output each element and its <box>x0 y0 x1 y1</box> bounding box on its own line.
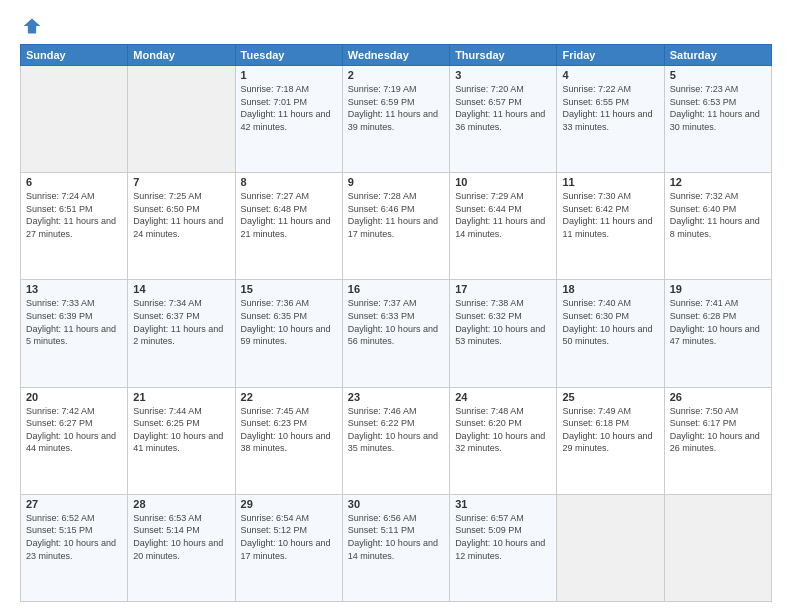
day-number: 5 <box>670 69 766 81</box>
day-cell: 8Sunrise: 7:27 AMSunset: 6:48 PMDaylight… <box>235 173 342 280</box>
day-cell: 12Sunrise: 7:32 AMSunset: 6:40 PMDayligh… <box>664 173 771 280</box>
header-cell-sunday: Sunday <box>21 45 128 66</box>
day-cell: 18Sunrise: 7:40 AMSunset: 6:30 PMDayligh… <box>557 280 664 387</box>
day-info: Sunrise: 7:36 AMSunset: 6:35 PMDaylight:… <box>241 298 331 346</box>
day-cell: 17Sunrise: 7:38 AMSunset: 6:32 PMDayligh… <box>450 280 557 387</box>
day-number: 22 <box>241 391 337 403</box>
day-number: 13 <box>26 283 122 295</box>
day-cell: 31Sunrise: 6:57 AMSunset: 5:09 PMDayligh… <box>450 494 557 601</box>
logo-text <box>20 16 42 36</box>
day-info: Sunrise: 6:52 AMSunset: 5:15 PMDaylight:… <box>26 513 116 561</box>
day-number: 18 <box>562 283 658 295</box>
week-row-4: 20Sunrise: 7:42 AMSunset: 6:27 PMDayligh… <box>21 387 772 494</box>
day-cell: 11Sunrise: 7:30 AMSunset: 6:42 PMDayligh… <box>557 173 664 280</box>
day-number: 23 <box>348 391 444 403</box>
day-info: Sunrise: 7:48 AMSunset: 6:20 PMDaylight:… <box>455 406 545 454</box>
day-cell: 21Sunrise: 7:44 AMSunset: 6:25 PMDayligh… <box>128 387 235 494</box>
day-number: 30 <box>348 498 444 510</box>
day-cell: 25Sunrise: 7:49 AMSunset: 6:18 PMDayligh… <box>557 387 664 494</box>
day-cell: 14Sunrise: 7:34 AMSunset: 6:37 PMDayligh… <box>128 280 235 387</box>
day-cell: 23Sunrise: 7:46 AMSunset: 6:22 PMDayligh… <box>342 387 449 494</box>
day-info: Sunrise: 7:45 AMSunset: 6:23 PMDaylight:… <box>241 406 331 454</box>
day-info: Sunrise: 7:50 AMSunset: 6:17 PMDaylight:… <box>670 406 760 454</box>
day-cell: 22Sunrise: 7:45 AMSunset: 6:23 PMDayligh… <box>235 387 342 494</box>
day-number: 10 <box>455 176 551 188</box>
svg-marker-0 <box>24 19 41 34</box>
day-number: 11 <box>562 176 658 188</box>
header-cell-friday: Friday <box>557 45 664 66</box>
day-number: 8 <box>241 176 337 188</box>
day-info: Sunrise: 7:20 AMSunset: 6:57 PMDaylight:… <box>455 84 545 132</box>
day-cell <box>557 494 664 601</box>
calendar-header: SundayMondayTuesdayWednesdayThursdayFrid… <box>21 45 772 66</box>
day-number: 31 <box>455 498 551 510</box>
day-cell: 13Sunrise: 7:33 AMSunset: 6:39 PMDayligh… <box>21 280 128 387</box>
day-cell: 16Sunrise: 7:37 AMSunset: 6:33 PMDayligh… <box>342 280 449 387</box>
day-info: Sunrise: 7:29 AMSunset: 6:44 PMDaylight:… <box>455 191 545 239</box>
day-number: 9 <box>348 176 444 188</box>
day-cell: 24Sunrise: 7:48 AMSunset: 6:20 PMDayligh… <box>450 387 557 494</box>
day-number: 4 <box>562 69 658 81</box>
header-cell-thursday: Thursday <box>450 45 557 66</box>
day-cell: 28Sunrise: 6:53 AMSunset: 5:14 PMDayligh… <box>128 494 235 601</box>
day-info: Sunrise: 7:33 AMSunset: 6:39 PMDaylight:… <box>26 298 116 346</box>
day-cell: 2Sunrise: 7:19 AMSunset: 6:59 PMDaylight… <box>342 66 449 173</box>
day-number: 15 <box>241 283 337 295</box>
day-number: 7 <box>133 176 229 188</box>
day-info: Sunrise: 7:46 AMSunset: 6:22 PMDaylight:… <box>348 406 438 454</box>
day-number: 29 <box>241 498 337 510</box>
day-cell: 3Sunrise: 7:20 AMSunset: 6:57 PMDaylight… <box>450 66 557 173</box>
day-cell <box>664 494 771 601</box>
day-number: 14 <box>133 283 229 295</box>
day-info: Sunrise: 7:27 AMSunset: 6:48 PMDaylight:… <box>241 191 331 239</box>
week-row-3: 13Sunrise: 7:33 AMSunset: 6:39 PMDayligh… <box>21 280 772 387</box>
day-cell: 29Sunrise: 6:54 AMSunset: 5:12 PMDayligh… <box>235 494 342 601</box>
day-info: Sunrise: 7:19 AMSunset: 6:59 PMDaylight:… <box>348 84 438 132</box>
day-cell: 5Sunrise: 7:23 AMSunset: 6:53 PMDaylight… <box>664 66 771 173</box>
day-number: 1 <box>241 69 337 81</box>
day-number: 17 <box>455 283 551 295</box>
day-cell: 27Sunrise: 6:52 AMSunset: 5:15 PMDayligh… <box>21 494 128 601</box>
day-info: Sunrise: 6:57 AMSunset: 5:09 PMDaylight:… <box>455 513 545 561</box>
day-info: Sunrise: 6:56 AMSunset: 5:11 PMDaylight:… <box>348 513 438 561</box>
day-info: Sunrise: 7:44 AMSunset: 6:25 PMDaylight:… <box>133 406 223 454</box>
header-cell-monday: Monday <box>128 45 235 66</box>
calendar: SundayMondayTuesdayWednesdayThursdayFrid… <box>20 44 772 602</box>
day-cell: 9Sunrise: 7:28 AMSunset: 6:46 PMDaylight… <box>342 173 449 280</box>
day-info: Sunrise: 7:28 AMSunset: 6:46 PMDaylight:… <box>348 191 438 239</box>
day-info: Sunrise: 7:24 AMSunset: 6:51 PMDaylight:… <box>26 191 116 239</box>
calendar-body: 1Sunrise: 7:18 AMSunset: 7:01 PMDaylight… <box>21 66 772 602</box>
day-cell: 15Sunrise: 7:36 AMSunset: 6:35 PMDayligh… <box>235 280 342 387</box>
day-cell: 30Sunrise: 6:56 AMSunset: 5:11 PMDayligh… <box>342 494 449 601</box>
day-number: 26 <box>670 391 766 403</box>
header-row: SundayMondayTuesdayWednesdayThursdayFrid… <box>21 45 772 66</box>
week-row-5: 27Sunrise: 6:52 AMSunset: 5:15 PMDayligh… <box>21 494 772 601</box>
day-info: Sunrise: 6:53 AMSunset: 5:14 PMDaylight:… <box>133 513 223 561</box>
day-info: Sunrise: 7:18 AMSunset: 7:01 PMDaylight:… <box>241 84 331 132</box>
day-info: Sunrise: 7:34 AMSunset: 6:37 PMDaylight:… <box>133 298 223 346</box>
logo <box>20 16 42 36</box>
day-number: 12 <box>670 176 766 188</box>
day-info: Sunrise: 7:25 AMSunset: 6:50 PMDaylight:… <box>133 191 223 239</box>
week-row-2: 6Sunrise: 7:24 AMSunset: 6:51 PMDaylight… <box>21 173 772 280</box>
day-number: 6 <box>26 176 122 188</box>
header <box>20 16 772 36</box>
day-info: Sunrise: 7:23 AMSunset: 6:53 PMDaylight:… <box>670 84 760 132</box>
day-info: Sunrise: 7:37 AMSunset: 6:33 PMDaylight:… <box>348 298 438 346</box>
day-cell: 10Sunrise: 7:29 AMSunset: 6:44 PMDayligh… <box>450 173 557 280</box>
day-number: 16 <box>348 283 444 295</box>
day-cell: 26Sunrise: 7:50 AMSunset: 6:17 PMDayligh… <box>664 387 771 494</box>
day-number: 24 <box>455 391 551 403</box>
day-cell <box>21 66 128 173</box>
day-info: Sunrise: 7:38 AMSunset: 6:32 PMDaylight:… <box>455 298 545 346</box>
header-cell-wednesday: Wednesday <box>342 45 449 66</box>
day-info: Sunrise: 7:49 AMSunset: 6:18 PMDaylight:… <box>562 406 652 454</box>
day-info: Sunrise: 7:30 AMSunset: 6:42 PMDaylight:… <box>562 191 652 239</box>
day-cell: 20Sunrise: 7:42 AMSunset: 6:27 PMDayligh… <box>21 387 128 494</box>
day-number: 27 <box>26 498 122 510</box>
day-info: Sunrise: 7:22 AMSunset: 6:55 PMDaylight:… <box>562 84 652 132</box>
day-cell: 19Sunrise: 7:41 AMSunset: 6:28 PMDayligh… <box>664 280 771 387</box>
day-info: Sunrise: 7:42 AMSunset: 6:27 PMDaylight:… <box>26 406 116 454</box>
week-row-1: 1Sunrise: 7:18 AMSunset: 7:01 PMDaylight… <box>21 66 772 173</box>
page: SundayMondayTuesdayWednesdayThursdayFrid… <box>0 0 792 612</box>
